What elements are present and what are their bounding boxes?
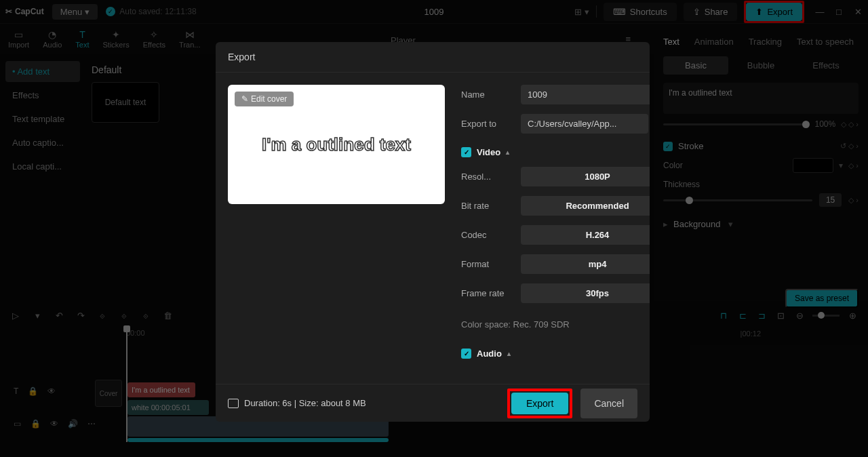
video-collapse-icon[interactable]: ▴ bbox=[506, 148, 509, 156]
audio-collapse-icon[interactable]: ▴ bbox=[507, 350, 511, 357]
name-input[interactable] bbox=[521, 85, 650, 104]
bitrate-label: Bit rate bbox=[461, 201, 513, 211]
name-label: Name bbox=[461, 90, 513, 100]
modal-footer: Duration: 6s | Size: about 8 MB Export C… bbox=[216, 384, 650, 422]
export-modal: Export ✎ Edit cover I'm a outlined text … bbox=[216, 42, 650, 422]
pencil-icon: ✎ bbox=[241, 94, 248, 104]
export-form: Name Export to 📁 ✓ Video ▴ Resol... 1080… bbox=[461, 85, 650, 372]
film-icon bbox=[228, 399, 239, 408]
format-label: Format bbox=[461, 259, 513, 269]
export-button-modal[interactable]: Export bbox=[511, 393, 568, 414]
format-select[interactable]: mp4 bbox=[521, 254, 650, 274]
export-to-input[interactable] bbox=[521, 114, 648, 134]
preview-text: I'm a outlined text bbox=[262, 134, 411, 155]
modal-title: Export bbox=[216, 42, 650, 73]
export-highlight-modal: Export bbox=[507, 389, 572, 418]
duration-info: Duration: 6s | Size: about 8 MB bbox=[228, 398, 366, 408]
export-to-label: Export to bbox=[461, 119, 513, 129]
video-checkbox[interactable]: ✓ bbox=[461, 147, 471, 157]
codec-select[interactable]: H.264 bbox=[521, 225, 650, 245]
resolution-label: Resol... bbox=[461, 172, 513, 182]
audio-checkbox[interactable]: ✓ bbox=[461, 349, 471, 359]
video-section-label: Video bbox=[477, 147, 500, 157]
codec-label: Codec bbox=[461, 230, 513, 240]
colorspace-info: Color space: Rec. 709 SDR bbox=[461, 319, 650, 330]
framerate-select[interactable]: 30fps bbox=[521, 283, 650, 303]
preview-column: ✎ Edit cover I'm a outlined text bbox=[228, 85, 445, 372]
framerate-label: Frame rate bbox=[461, 288, 513, 298]
cancel-button[interactable]: Cancel bbox=[580, 389, 637, 418]
audio-section-label: Audio bbox=[477, 349, 502, 359]
resolution-select[interactable]: 1080P bbox=[521, 167, 650, 186]
bitrate-select[interactable]: Recommended bbox=[521, 196, 650, 216]
cover-preview: ✎ Edit cover I'm a outlined text bbox=[228, 85, 445, 204]
edit-cover-button[interactable]: ✎ Edit cover bbox=[235, 92, 294, 106]
